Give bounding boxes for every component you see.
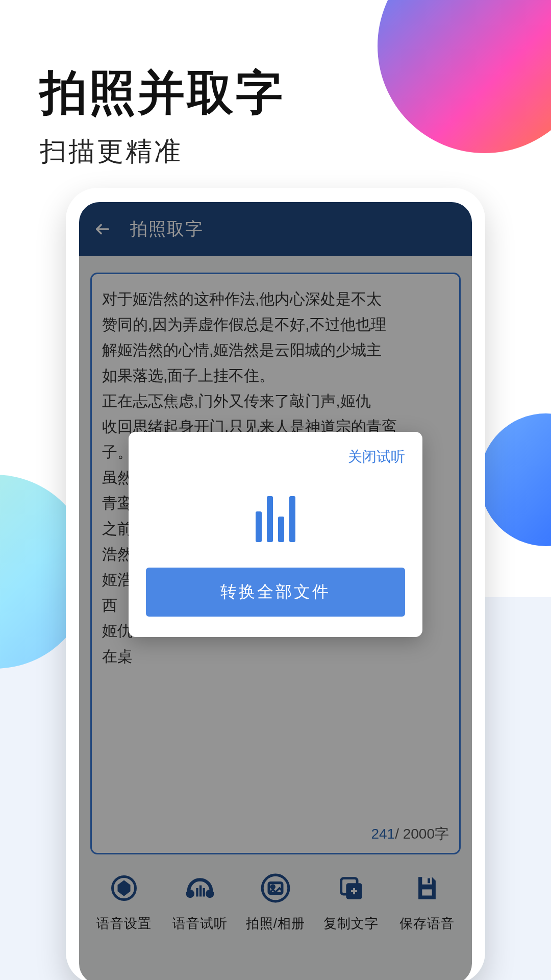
hero-subtitle: 扫描更精准 [40, 134, 285, 169]
decor-circle-right [480, 413, 551, 546]
audio-preview-modal: 关闭试听 转换全部文件 [129, 432, 422, 637]
close-preview-link[interactable]: 关闭试听 [146, 447, 405, 467]
phone-frame: 拍照取字 对于姬浩然的这种作法,他内心深处是不太 赞同的,因为弄虚作假总是不好,… [66, 188, 485, 980]
convert-all-button[interactable]: 转换全部文件 [146, 568, 405, 617]
audio-wave-icon [146, 481, 405, 542]
hero: 拍照并取字 扫描更精准 [40, 61, 285, 169]
hero-title: 拍照并取字 [40, 61, 285, 125]
phone-screen: 拍照取字 对于姬浩然的这种作法,他内心深处是不太 赞同的,因为弄虚作假总是不好,… [79, 202, 472, 980]
decor-circle-top-right [378, 0, 551, 153]
